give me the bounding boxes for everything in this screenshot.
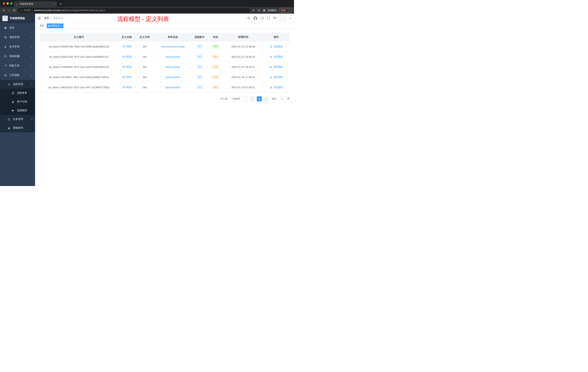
column-header: 流程版本 (192, 33, 208, 41)
browser-window: 芋道管理系统 × + ⚠ 不安全 dashboard.yudao.iocoder… (0, 0, 294, 186)
github-icon[interactable] (254, 17, 257, 20)
url-path: /bpm/manager/definition?key=oa_leave (64, 9, 105, 12)
assign-rule-link[interactable]: 分配规则 (270, 86, 283, 89)
page-size-select[interactable]: 10条/页 ▼ (231, 96, 248, 101)
zoom-window-button[interactable] (10, 2, 12, 5)
form-link[interactable]: /bpm/oa/leave/create (161, 45, 185, 48)
hamburger-icon[interactable] (38, 17, 41, 20)
sidebar-item-infra[interactable]: 基础设施 ▾ (0, 52, 35, 61)
deploy-time: 2022-01-22 19:19:11 (224, 62, 263, 72)
minimize-window-button[interactable] (7, 2, 9, 5)
browser-update-button[interactable]: 更新 ⋮ (279, 8, 292, 13)
table-row: oa_leave:4:991f2193-7b7f-11ec-a3c8-acde4… (40, 52, 290, 62)
address-bar[interactable]: ⚠ 不安全 dashboard.yudao.iocoder.cn/bpm/man… (18, 8, 250, 13)
url-host: dashboard.yudao.iocoder.cn (34, 9, 64, 12)
definition-category: OA (135, 52, 154, 62)
font-size-icon[interactable]: TT (273, 17, 276, 20)
prev-page-button[interactable]: ‹ (250, 96, 255, 101)
incognito-icon (262, 9, 266, 12)
definition-id: oa_leave:4:991f2193-7b7f-11ec-a3c8-acde4… (40, 52, 118, 62)
sidebar-item-workflow[interactable]: 工作流程 ▴ (0, 70, 35, 80)
total-count: 共 5 条 (220, 97, 228, 100)
form-icon (11, 92, 15, 94)
help-icon[interactable]: ? (260, 17, 264, 20)
form-link[interactable]: /bpm/oa/flow (166, 76, 180, 79)
sidebar: 芋道管理系统 首页 系统管理 ▾ ¥ 支付管理 ▾ 基础设施 ▾ (0, 14, 35, 186)
workflow-submenu: 流程管理 ▴ 流程表单 用户分组 流程模型 任务管理 (0, 80, 35, 132)
search-icon[interactable] (247, 17, 250, 20)
tag-process-definition[interactable]: 流程定义 × (47, 23, 63, 28)
browser-toolbar: ⚠ 不安全 dashboard.yudao.iocoder.cn/bpm/man… (0, 7, 294, 14)
column-header: 状态 (208, 33, 224, 41)
assign-rule-link[interactable]: 分配规则 (270, 65, 283, 69)
tag-home[interactable]: 首页 (38, 23, 46, 28)
breadcrumb-home[interactable]: 首页 (44, 17, 49, 20)
fullscreen-icon[interactable] (267, 17, 270, 20)
definition-name-link[interactable]: OA 请假 (122, 45, 131, 48)
table-row: oa_leave:5:004b710b-7b8a-11ec-8ef0-acde4… (40, 42, 290, 52)
pagination: 共 5 条 10条/页 ▼ ‹ 1 › 前往 页 (40, 96, 290, 101)
chevron-down-icon: ▾ (31, 118, 32, 120)
password-key-icon[interactable] (252, 9, 255, 12)
definition-id: oa_leave:3:1fad3d93-7b75-11ec-a3c8-acde4… (40, 62, 118, 72)
deploy-time: 2022-01-16 01:40:51 (224, 82, 263, 92)
sidebar-item-leave-query[interactable]: 请假查询 (0, 124, 35, 132)
sidebar-item-task-mgmt[interactable]: 任务管理 ▾ (0, 115, 35, 124)
sidebar-item-devtools[interactable]: 研发工具 ▾ (0, 61, 35, 70)
bookmark-star-icon[interactable] (257, 9, 260, 12)
new-tab-button[interactable]: + (60, 2, 62, 6)
assign-rule-link[interactable]: 分配规则 (270, 55, 283, 58)
page-header: 首页 / 流程定义 流程模型 - 定义列表 ? TT (35, 14, 294, 23)
avatar[interactable] (280, 15, 286, 22)
tab-title: 芋道管理系统 (20, 2, 52, 6)
definition-id: oa_leave:5:004b710b-7b8a-11ec-8ef0-acde4… (40, 42, 118, 52)
column-header: 定义分类 (135, 33, 154, 41)
sidebar-item-system[interactable]: 系统管理 ▾ (0, 33, 35, 42)
goto-page-input[interactable] (278, 96, 286, 101)
assign-rule-link[interactable]: 分配规则 (270, 76, 283, 79)
definition-name-link[interactable]: OA 请假 (122, 86, 131, 89)
reload-icon[interactable] (13, 9, 16, 12)
sidebar-item-user-group[interactable]: 用户分组 (0, 97, 35, 106)
sidebar-item-process-model[interactable]: 流程模型 (0, 106, 35, 115)
column-header: 定义编号 (40, 33, 118, 41)
menu-dots-icon[interactable]: ⋮ (287, 9, 290, 12)
sidebar-item-payment[interactable]: ¥ 支付管理 ▾ (0, 42, 35, 52)
form-link[interactable]: /bpm/oa/flow (166, 66, 180, 68)
browser-tab[interactable]: 芋道管理系统 × (14, 1, 57, 7)
forward-icon[interactable] (8, 9, 10, 12)
window-controls (3, 2, 12, 5)
avatar-dropdown-icon[interactable]: ▾ (290, 17, 291, 19)
sidebar-item-process-form[interactable]: 流程表单 (0, 89, 35, 97)
form-link[interactable]: /bpm/oa/flow (166, 86, 180, 89)
status-badge: 挂起 (211, 85, 220, 89)
definition-name-link[interactable]: OA 请假 (122, 76, 131, 79)
incognito-badge[interactable]: 无痕模式 (262, 9, 277, 12)
workflow-icon (4, 74, 7, 77)
definition-category: OA (135, 62, 154, 72)
definition-name-link[interactable]: OA 请假 (122, 65, 131, 69)
close-window-button[interactable] (3, 2, 5, 5)
column-header: 操作 (263, 33, 290, 41)
back-icon[interactable] (2, 9, 5, 12)
sidebar-item-process-mgmt[interactable]: 流程管理 ▴ (0, 80, 35, 89)
sidebar-item-home[interactable]: 首页 (0, 23, 35, 33)
form-link[interactable]: /bpm/oa/flow (166, 55, 180, 58)
yen-icon: ¥ (4, 45, 7, 48)
table-header-row: 定义编号 定义名称 定义分类 表单信息 流程版本 状态 部署时间 操作 (40, 33, 290, 42)
tab-close-icon[interactable]: × (54, 3, 55, 5)
tag-close-icon[interactable]: × (60, 25, 62, 27)
list-icon (7, 83, 11, 86)
definition-name-link[interactable]: OA 请假 (122, 55, 131, 58)
deploy-time: 2022-01-22 20:34:10 (224, 52, 263, 62)
column-header: 定义名称 (118, 33, 135, 41)
brand: 芋道管理系统 (0, 14, 35, 23)
breadcrumb-current: 流程定义 (53, 17, 63, 20)
chevron-down-icon: ▾ (31, 65, 32, 67)
tab-strip: 芋道管理系统 × + (0, 0, 294, 7)
assign-rule-link[interactable]: 分配规则 (270, 45, 283, 48)
next-page-button[interactable]: › (264, 96, 269, 101)
status-badge: 挂起 (211, 65, 220, 69)
page-number-button[interactable]: 1 (257, 96, 262, 101)
chevron-down-icon: ▾ (31, 55, 32, 57)
